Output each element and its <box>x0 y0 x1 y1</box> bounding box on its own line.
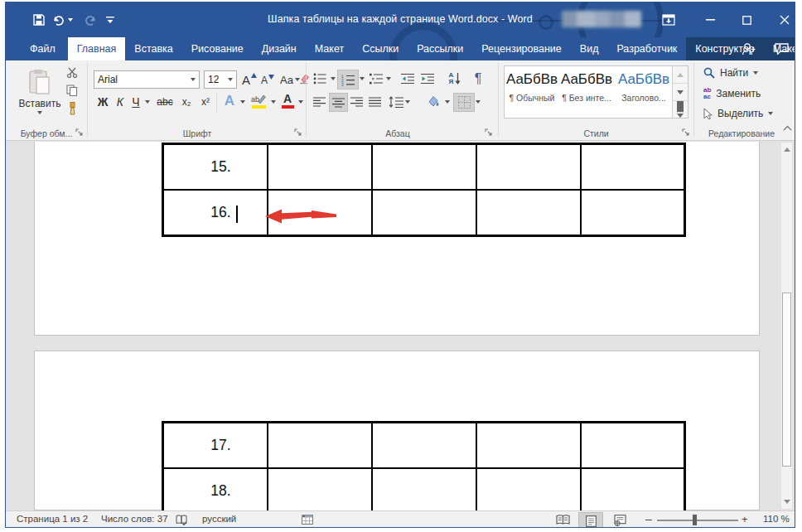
borders-dropdown-icon[interactable] <box>474 97 481 107</box>
grow-font-button[interactable]: А <box>241 70 258 89</box>
zoom-slider-thumb[interactable] <box>693 515 697 525</box>
table-cell[interactable]: 18. <box>163 468 268 510</box>
justify-button[interactable] <box>366 94 383 109</box>
table-cell[interactable] <box>268 468 372 510</box>
font-color-dropdown-icon[interactable] <box>297 97 305 107</box>
tab-developer[interactable]: Разработчик <box>607 37 686 60</box>
text-highlight-button[interactable]: ab <box>249 92 268 110</box>
underline-dropdown-icon[interactable] <box>143 97 152 107</box>
paste-button[interactable]: Вставить <box>21 65 59 117</box>
table-cell[interactable] <box>268 144 372 191</box>
table-cell[interactable] <box>581 144 685 191</box>
tab-references[interactable]: Ссылки <box>353 37 408 60</box>
zoom-slider-track[interactable] <box>657 520 738 521</box>
font-dialog-launcher-icon[interactable] <box>294 128 303 138</box>
clipboard-dialog-launcher-icon[interactable] <box>75 128 85 138</box>
table-cell[interactable] <box>372 468 476 510</box>
text-effects-dropdown-icon[interactable] <box>239 97 247 107</box>
sort-button[interactable]: А Я <box>445 70 465 88</box>
numbering-dropdown-icon[interactable] <box>358 74 365 84</box>
table-cell[interactable]: 15. <box>163 144 268 191</box>
borders-button[interactable] <box>453 93 475 112</box>
table-cell[interactable] <box>268 423 372 469</box>
tab-draw[interactable]: Рисование <box>182 37 253 60</box>
shrink-font-button[interactable]: А <box>260 72 275 89</box>
styles-scroll-up-icon[interactable] <box>673 66 688 84</box>
subscript-button[interactable]: x₂ <box>178 94 195 109</box>
bullets-button[interactable] <box>311 70 329 87</box>
table-cell[interactable] <box>581 468 685 510</box>
proofing-status-icon[interactable] <box>176 515 187 525</box>
scroll-down-icon[interactable] <box>781 495 792 509</box>
shading-button[interactable] <box>424 93 442 110</box>
multilevel-list-button[interactable] <box>367 70 385 87</box>
table-cell[interactable] <box>581 190 685 236</box>
numbering-button[interactable]: 123 <box>337 70 359 89</box>
tab-design[interactable]: Дизайн <box>253 37 306 60</box>
web-layout-button[interactable] <box>608 512 631 528</box>
table-cell[interactable] <box>476 190 581 236</box>
table-cell[interactable] <box>581 423 685 469</box>
italic-button[interactable]: К <box>114 94 127 109</box>
style-normal[interactable]: АаБбВв ¶ Обычный <box>505 66 559 118</box>
zoom-out-button[interactable]: – <box>645 512 652 525</box>
comments-icon[interactable] <box>775 43 789 55</box>
cut-button[interactable] <box>64 65 80 79</box>
font-family-select[interactable]: Arial <box>94 70 200 89</box>
paragraph-dialog-launcher-icon[interactable] <box>485 128 494 138</box>
align-center-button[interactable] <box>329 93 348 112</box>
print-layout-button[interactable] <box>578 512 603 528</box>
document-table-page2[interactable]: 17. 18. <box>162 421 686 510</box>
table-cell[interactable]: 16. <box>163 190 268 236</box>
find-button[interactable]: Найти <box>703 67 758 79</box>
page-1[interactable]: 15. 16. <box>34 142 760 336</box>
align-right-button[interactable] <box>348 94 365 109</box>
styles-gallery-more-icon[interactable] <box>673 101 688 118</box>
highlight-dropdown-icon[interactable] <box>269 97 278 107</box>
replace-button[interactable]: ab ac Заменить <box>703 87 761 100</box>
minimize-button[interactable] <box>702 12 718 28</box>
document-table-page1[interactable]: 15. 16. <box>162 143 686 237</box>
page-indicator[interactable]: Страница 1 из 2 <box>17 514 88 524</box>
paste-dropdown-icon[interactable] <box>37 111 42 114</box>
text-effects-button[interactable]: А <box>220 92 239 110</box>
styles-dialog-launcher-icon[interactable] <box>682 128 691 138</box>
scrollbar-thumb[interactable] <box>782 293 791 467</box>
tab-home[interactable]: Главная <box>68 37 126 60</box>
zoom-level[interactable]: 110 % <box>763 514 790 524</box>
table-cell[interactable] <box>476 468 581 510</box>
tab-insert[interactable]: Вставка <box>125 37 181 60</box>
copy-button[interactable] <box>64 84 80 97</box>
table-cell[interactable] <box>476 423 581 469</box>
tab-layout[interactable]: Макет <box>306 37 353 60</box>
font-color-button[interactable]: А <box>279 92 296 110</box>
strikethrough-button[interactable]: abc <box>154 94 176 109</box>
share-contact-icon[interactable] <box>742 42 756 56</box>
increase-indent-button[interactable] <box>418 70 437 87</box>
shading-dropdown-icon[interactable] <box>443 97 451 107</box>
styles-scroll-down-icon[interactable] <box>673 84 688 101</box>
bold-button[interactable]: Ж <box>95 94 110 109</box>
clear-formatting-button[interactable] <box>297 71 311 86</box>
underline-button[interactable]: Ч <box>129 94 143 109</box>
table-cell[interactable]: 17. <box>163 423 268 469</box>
document-area[interactable]: 15. 16. <box>6 141 795 510</box>
decrease-indent-button[interactable] <box>399 70 417 87</box>
tab-file[interactable]: Файл <box>17 37 68 60</box>
zoom-in-button[interactable]: + <box>742 513 748 525</box>
align-left-button[interactable] <box>311 94 327 109</box>
bullets-dropdown-icon[interactable] <box>329 74 336 84</box>
font-size-select[interactable]: 12 <box>204 70 237 89</box>
show-formatting-marks-button[interactable]: ¶ <box>470 70 486 88</box>
select-button[interactable]: Выделить <box>703 108 773 119</box>
ribbon-display-options-icon[interactable] <box>660 12 677 28</box>
table-cell[interactable] <box>476 144 581 191</box>
vertical-scrollbar[interactable] <box>780 142 793 510</box>
language-indicator[interactable]: русский <box>202 514 236 524</box>
format-painter-button[interactable] <box>64 101 80 116</box>
word-count[interactable]: Число слов: 37 <box>101 514 168 524</box>
style-heading1[interactable]: АаБбВв Заголово... <box>614 66 674 118</box>
read-mode-button[interactable] <box>551 512 574 528</box>
table-cell[interactable] <box>372 144 476 191</box>
tab-review[interactable]: Рецензирование <box>472 37 571 60</box>
